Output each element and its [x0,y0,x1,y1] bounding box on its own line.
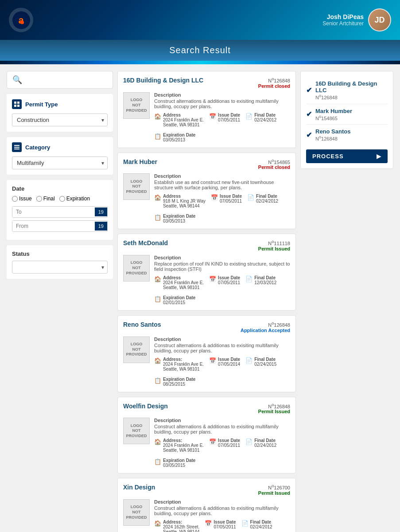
expiration-date-value: 02/01/2015 [163,300,195,305]
card-logo: LOGONOT PROVIDED [123,173,150,200]
result-card[interactable]: Xin Design No126700 Permit Issued LOGONO… [117,478,296,532]
permit-type-select[interactable]: Construction Electrical Plumbing [12,113,108,126]
svg-rect-5 [14,147,19,148]
result-card[interactable]: Mark Huber No154865 Permit closed LOGONO… [117,153,296,230]
title-bar: Search Result [0,40,400,61]
calendar-icon: 📅 [209,438,216,445]
category-select-wrap: Multifamily Single Family Commercial ▾ [12,156,108,169]
final-date-label: Final Date [254,113,276,117]
page-title: Search Result [5,45,395,55]
result-card[interactable]: Reno Santos No126848 Application Accepte… [117,315,296,392]
category-title: Category [12,142,108,152]
result-card[interactable]: Seth McDonald No111118 Permit Issued LOG… [117,234,296,311]
address-value: 2024 Franklin Ave E.Seattle, WA 98101 [163,280,204,290]
home-icon: 🏠 [154,520,161,527]
meta-final-date: 📄 Final Date 12/03/2012 [245,275,276,290]
date-radio-issue[interactable]: Issue [12,196,32,202]
expiration-date-value: 03/05/2015 [163,463,195,468]
date-title: Date [12,185,108,192]
date-from-calendar-button[interactable]: 19 [95,222,107,231]
right-panel: ✔ 16D Building & Design LLC No126848 ✔ M… [300,71,393,532]
date-to-calendar-button[interactable]: 19 [95,207,107,216]
status-select[interactable]: Active Closed Pending [12,261,108,274]
issue-date-label: Issue Date [214,520,236,524]
card-number: No126848 [258,77,290,83]
card-body: LOGONOT PROVIDED Description Construct a… [123,418,290,468]
card-header: Reno Santos No126848 Application Accepte… [123,321,290,333]
issue-date-label: Issue Date [218,438,240,443]
card-number: No126848 [241,321,290,328]
card-desc-label: Description [154,173,290,179]
results-panel: 16D Building & Design LLC No126848 Permi… [117,71,296,532]
final-date-label: Final Date [254,357,276,362]
meta-address: 🏠 Address: 2024 Franklin Ave E.Seattle, … [154,357,204,372]
card-desc-label: Description [154,255,290,260]
sidebar: 🔍 Permit Type Construction [7,71,113,532]
calendar-icon: 📅 [209,357,216,364]
date-from-input[interactable] [12,221,95,231]
card-body: LOGONOT PROVIDED Description Construct a… [123,336,290,387]
logo-letter: a [12,11,30,29]
final-date-value: 02/24/2015 [254,362,276,367]
card-status: Application Accepted [241,328,290,333]
card-details: Description Establish use as and constru… [154,173,290,223]
calendar-icon: 📅 [211,194,218,201]
svg-rect-6 [14,149,19,149]
meta-address: 🏠 Address: 2024 Franklin Ave E.Seattle, … [154,438,204,453]
card-number-status: No126848 Application Accepted [241,321,290,333]
final-date-value: 12/03/2012 [254,280,276,285]
final-date-label: Final Date [254,275,276,280]
result-card[interactable]: 16D Building & Design LLC No126848 Permi… [117,71,296,148]
search-input[interactable] [26,77,107,83]
app-logo: a [9,8,33,32]
date-to-input[interactable] [12,207,95,217]
calendar-icon: 📅 [209,276,216,282]
process-button[interactable]: PROCESS▶ [306,149,388,163]
issue-date-value: 07/05/2011 [220,199,242,203]
meta-expiration-date: 📋 Expiration Date 08/25/2015 [154,377,195,387]
home-icon: 🏠 [154,357,161,364]
card-details: Description Construct alternations & add… [154,418,290,468]
final-date-value: 02/24/2012 [250,524,272,529]
card-desc-label: Description [154,92,290,98]
card-header: 16D Building & Design LLC No126848 Permi… [123,77,290,89]
address-value: 2024 Franklin Ave E.Seattle, WA 98101 [163,362,204,372]
address-value: 2024 Franklin Ave E.Seattle, WA 98101 [163,117,204,127]
status-title: Status [12,250,108,257]
selected-company: 16D Building & Design LLC [315,80,388,94]
meta-address: 🏠 Address: 2024 162th Street.Seattle, WA… [154,520,199,532]
meta-final-date: 📄 Final Date 02/24/2012 [245,113,276,127]
meta-final-date: 📄 Final Date 02/24/2012 [241,520,272,532]
process-arrow-icon: ▶ [377,153,381,160]
category-select[interactable]: Multifamily Single Family Commercial [12,156,108,169]
calendar-icon: 📅 [209,113,216,120]
date-section: Date Issue Final Expiration 19 19 [7,180,113,240]
date-radio-expiration[interactable]: Expiration [59,196,90,202]
home-icon: 🏠 [154,113,161,120]
checkmark-icon: ✔ [306,131,312,139]
address-label: Address: [163,357,204,362]
meta-issue-date: 📅 Issue Date 07/05/2014 [209,357,240,372]
card-meta: 🏠 Address 2024 Franklin Ave E.Seattle, W… [154,275,290,305]
meta-issue-date: 📅 Issue Date 07/05/2011 [205,520,236,532]
issue-date-label: Issue Date [218,113,240,117]
calendar-icon: 📅 [205,520,212,527]
card-details: Description Replace portion of roof IN K… [154,255,290,305]
card-number: No126848 [258,403,290,409]
result-card[interactable]: Woelfin Design No126848 Permit Issued LO… [117,397,296,474]
meta-address: 🏠 Address 918 M L King JR WaySeattle, WA… [154,194,206,208]
card-logo: LOGONOT PROVIDED [123,336,150,363]
user-details: Josh DiPeas Senior Artchiturer [322,13,364,27]
main-content: 🔍 Permit Type Construction [0,64,400,532]
final-date-label: Final Date [250,520,272,524]
address-label: Address [163,275,204,280]
card-status: Permit Issued [258,409,290,414]
meta-expiration-date: 📋 Expiration Date 03/05/2013 [154,133,195,142]
search-icon: 🔍 [12,75,22,85]
card-body: LOGONOT PROVIDED Description Replace por… [123,255,290,305]
card-meta: 🏠 Address: 2024 162th Street.Seattle, WA… [154,520,290,532]
final-date-value: 02/24/2012 [254,117,276,122]
date-radio-final[interactable]: Final [36,196,55,202]
meta-address: 🏠 Address 2024 Franklin Ave E.Seattle, W… [154,113,204,127]
selected-item: ✔ Reno Santos No126848 [306,125,388,145]
